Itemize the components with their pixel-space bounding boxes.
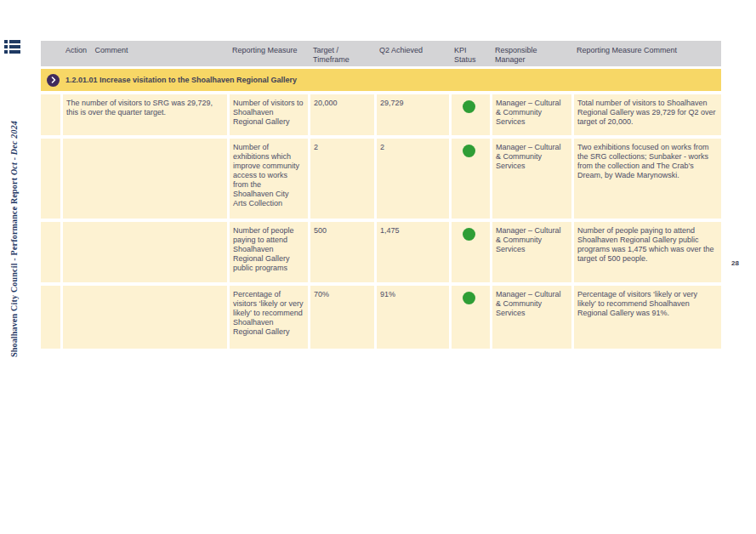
action-icon-cell: [41, 94, 60, 135]
header-reporting-measure: Reporting Measure: [230, 46, 308, 66]
table-header-row: Action Comment Reporting Measure Target …: [41, 41, 721, 66]
table-row: Percentage of visitors ‘likely or very l…: [41, 286, 721, 349]
table-row: The number of visitors to SRG was 29,729…: [41, 94, 721, 135]
report-title-vertical: Shoalhaven City Council - Performance Re…: [9, 111, 23, 366]
target-cell: 70%: [310, 286, 374, 349]
kpi-green-dot-icon: [463, 100, 475, 113]
kpi-status-cell: [452, 94, 490, 135]
header-kpi-status: KPI Status: [452, 46, 490, 66]
report-period-text: Oct - Dec 2024: [9, 121, 19, 175]
header-reporting-measure-comment: Reporting Measure Comment: [574, 46, 721, 66]
responsible-manager-cell: Manager – Cultural & Community Services: [492, 139, 571, 219]
measure-comment-cell: Total number of visitors to Shoalhaven R…: [574, 94, 721, 135]
action-comment-cell: [63, 139, 227, 219]
table-row: Number of exhibitions which improve comm…: [41, 139, 721, 219]
table-row: Number of people paying to attend Shoalh…: [41, 222, 721, 282]
group-title: 1.2.01.01 Increase visitation to the Sho…: [65, 76, 297, 84]
toc-list-icon[interactable]: [4, 40, 20, 54]
responsible-manager-cell: Manager – Cultural & Community Services: [492, 286, 571, 349]
measure-comment-cell: Percentage of visitors ‘likely or very l…: [574, 286, 721, 349]
reporting-measure-cell: Number of people paying to attend Shoalh…: [230, 222, 308, 282]
target-cell: 20,000: [310, 94, 374, 135]
reporting-measure-cell: Number of exhibitions which improve comm…: [230, 139, 308, 219]
achieved-cell: 91%: [377, 286, 449, 349]
achieved-cell: 1,475: [377, 222, 449, 282]
achieved-cell: 29,729: [377, 94, 449, 135]
target-cell: 500: [310, 222, 374, 282]
achieved-cell: 2: [377, 139, 449, 219]
action-comment-cell: [63, 222, 227, 282]
action-icon-cell: [41, 222, 60, 282]
header-action-icon-col: [41, 46, 60, 66]
kpi-status-cell: [452, 139, 490, 219]
performance-table: Action Comment Reporting Measure Target …: [41, 41, 721, 349]
toc-list-row: [4, 45, 20, 48]
chevron-right-icon[interactable]: [47, 74, 60, 87]
kpi-green-dot-icon: [463, 228, 475, 241]
header-responsible-manager: Responsible Manager: [492, 46, 571, 66]
header-q2-achieved: Q2 Achieved: [377, 46, 449, 66]
toc-list-row: [4, 40, 20, 43]
target-cell: 2: [310, 139, 374, 219]
group-header-row[interactable]: 1.2.01.01 Increase visitation to the Sho…: [41, 69, 721, 91]
action-icon-cell: [41, 286, 60, 349]
report-title-text: Shoalhaven City Council - Performance Re…: [9, 178, 19, 357]
action-icon-cell: [41, 139, 60, 219]
action-comment-cell: The number of visitors to SRG was 29,729…: [63, 94, 227, 135]
toc-list-row: [4, 50, 20, 54]
responsible-manager-cell: Manager – Cultural & Community Services: [492, 94, 571, 135]
measure-comment-cell: Two exhibitions focused on works from th…: [574, 139, 721, 219]
header-target-timeframe: Target / Timeframe: [310, 46, 374, 66]
header-action-comment: Action Comment: [63, 46, 227, 66]
reporting-measure-cell: Number of visitors to Shoalhaven Regiona…: [230, 94, 308, 135]
responsible-manager-cell: Manager – Cultural & Community Services: [492, 222, 571, 282]
measure-comment-cell: Number of people paying to attend Shoalh…: [574, 222, 721, 282]
action-comment-cell: [63, 286, 227, 349]
kpi-status-cell: [452, 222, 490, 282]
kpi-status-cell: [452, 286, 490, 349]
reporting-measure-cell: Percentage of visitors ‘likely or very l…: [230, 286, 308, 349]
kpi-green-dot-icon: [463, 145, 475, 157]
kpi-green-dot-icon: [463, 292, 475, 304]
page-number: 28: [731, 259, 739, 267]
